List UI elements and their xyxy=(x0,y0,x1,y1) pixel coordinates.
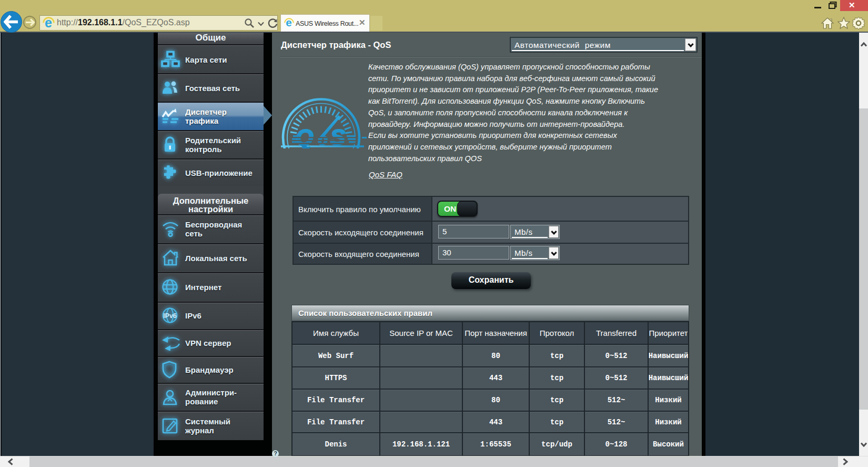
svg-text:IPv6: IPv6 xyxy=(163,312,177,320)
svg-text:S: S xyxy=(330,124,346,148)
svg-text:Q: Q xyxy=(296,124,313,148)
